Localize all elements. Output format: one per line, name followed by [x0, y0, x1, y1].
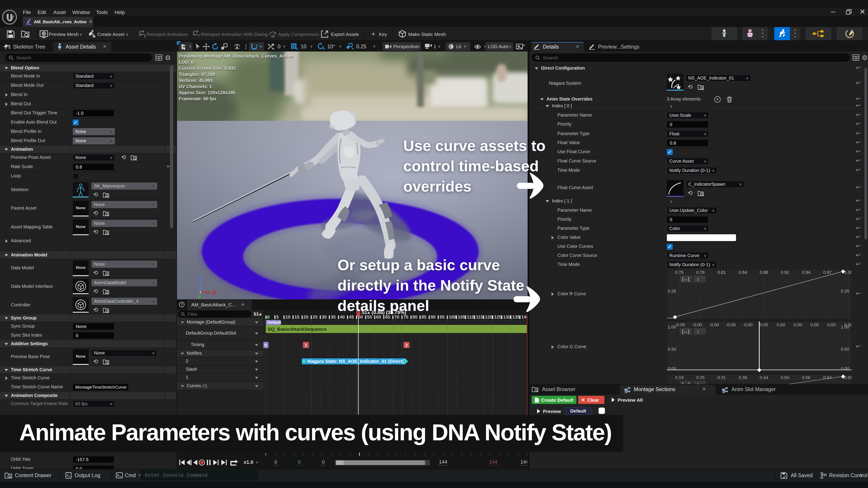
svg-text:0.00: 0.00	[668, 366, 676, 371]
svg-text:-0.00: -0.00	[743, 322, 752, 327]
svg-text:-0.00: -0.00	[709, 322, 719, 327]
svg-text:0.25: 0.25	[696, 375, 705, 380]
svg-text:20: 20	[304, 315, 309, 320]
svg-text:0.84: 0.84	[739, 270, 747, 275]
svg-text:0.00: 0.00	[827, 322, 836, 327]
svg-text:0.69: 0.69	[844, 375, 852, 380]
svg-text:25: 25	[313, 315, 318, 320]
svg-text:[↔]: [↔]	[682, 276, 689, 282]
svg-text:30: 30	[322, 315, 327, 320]
svg-text:0.31: 0.31	[717, 375, 726, 380]
svg-text:-0.00: -0.00	[692, 322, 702, 327]
svg-text:0.00: 0.00	[810, 322, 819, 327]
svg-text:0.00: 0.00	[760, 322, 768, 327]
svg-text:?: ?	[181, 303, 183, 306]
svg-text:0.38: 0.38	[739, 375, 747, 380]
svg-text:Z: Z	[199, 273, 202, 281]
svg-text:1: 1	[305, 343, 307, 348]
svg-text:SQ_BasicAttackSequence: SQ_BasicAttackSequence	[268, 326, 327, 332]
svg-text:0.78: 0.78	[696, 270, 705, 275]
svg-text:0.50: 0.50	[841, 347, 849, 352]
svg-text:↕: ↕	[697, 329, 699, 334]
svg-text:0.62: 0.62	[823, 375, 832, 380]
svg-text:5: 5	[276, 315, 279, 320]
svg-text:2: 2	[405, 343, 408, 348]
svg-text:0.75: 0.75	[675, 270, 684, 275]
svg-text:0: 0	[265, 343, 267, 348]
svg-text:0.88: 0.88	[760, 270, 768, 275]
svg-text:↕: ↕	[697, 276, 699, 282]
svg-text:[↔]: [↔]	[682, 329, 689, 334]
svg-text:0.25: 0.25	[668, 289, 676, 293]
svg-text:1.00: 1.00	[668, 325, 676, 329]
svg-text:0.00: 0.00	[794, 322, 802, 327]
svg-text:15: 15	[294, 315, 299, 320]
svg-text:0.91: 0.91	[781, 270, 789, 275]
svg-text:10: 10	[285, 315, 290, 320]
svg-text:0.19: 0.19	[675, 375, 684, 380]
svg-text:X: X	[212, 289, 216, 296]
svg-text:[↔]: [↔]	[682, 382, 689, 384]
svg-text:0.94: 0.94	[802, 270, 810, 275]
svg-text:0.44: 0.44	[760, 375, 768, 380]
svg-text:Y: Y	[198, 295, 201, 299]
svg-text:↕: ↕	[697, 382, 699, 384]
svg-text:1.00: 1.00	[841, 325, 849, 329]
svg-text:0.97: 0.97	[823, 270, 832, 275]
svg-text:-0.00: -0.00	[675, 322, 685, 327]
svg-text:0.56: 0.56	[802, 375, 810, 380]
svg-text:0.50: 0.50	[668, 347, 676, 352]
svg-text:Niagara State: NS_AOE_Indicato: Niagara State: NS_AOE_Indicator_01 (Dire…	[307, 359, 404, 364]
svg-text:35: 35	[331, 315, 336, 320]
svg-text:0.50: 0.50	[781, 375, 789, 380]
svg-text:0.25: 0.25	[841, 289, 849, 293]
svg-text:0.00: 0.00	[841, 366, 849, 371]
svg-text:0.81: 0.81	[717, 270, 726, 275]
svg-text:-0.00: -0.00	[726, 322, 736, 327]
svg-text:1.00: 1.00	[844, 270, 852, 275]
svg-text:0.00: 0.00	[777, 322, 785, 327]
svg-text:Default: Default	[268, 320, 281, 325]
